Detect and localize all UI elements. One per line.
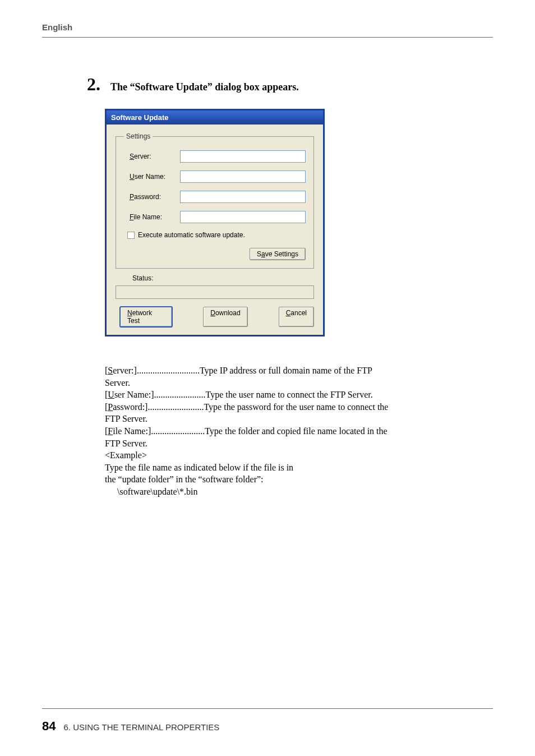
def-file-desc3: Type the file name as indicated below if… — [105, 462, 520, 474]
def-file-desc4: the “update folder” in the “software fol… — [105, 473, 520, 486]
page-footer: 84 6. USING THE TERMINAL PROPERTIES — [42, 708, 493, 734]
def-server-dots: ............................ — [137, 365, 200, 377]
status-label: Status: — [132, 274, 314, 282]
def-password-desc2: FTP Server. — [105, 413, 520, 425]
status-display — [116, 285, 314, 299]
password-label: Password: — [130, 193, 180, 201]
def-file-desc2: FTP Server. — [105, 437, 520, 450]
def-password-term: [Password:] — [105, 401, 147, 413]
def-password-desc1: Type the password for the user name to c… — [204, 401, 388, 413]
def-user-dots: ....................... — [154, 389, 206, 401]
settings-legend: Settings — [124, 132, 153, 140]
save-settings-button[interactable]: Save Settings — [250, 248, 306, 260]
user-name-label: User Name: — [130, 173, 180, 181]
network-test-button[interactable]: Network Test — [120, 307, 172, 327]
def-file-desc1: Type the folder and copied file name loc… — [205, 425, 387, 437]
page-number: 84 — [42, 719, 56, 734]
settings-group: Settings Server: User Name: Password: — [116, 132, 314, 269]
def-file-desc5: \software\update\*.bin — [117, 486, 520, 498]
step-text: The “Software Update” dialog box appears… — [110, 81, 299, 93]
file-name-label: File Name: — [130, 213, 180, 221]
def-server-desc2: Server. — [105, 377, 520, 389]
step-row: 2. The “Software Update” dialog box appe… — [87, 74, 493, 95]
chapter-title: 6. USING THE TERMINAL PROPERTIES — [63, 722, 219, 732]
file-name-input[interactable] — [180, 211, 306, 223]
definitions-block: [Server:] ............................ T… — [105, 365, 520, 498]
software-update-dialog: Software Update Settings Server: User Na… — [105, 109, 325, 336]
def-file-example: <Example> — [105, 449, 520, 462]
auto-update-checkbox[interactable] — [127, 232, 135, 239]
download-button[interactable]: Download — [203, 307, 247, 327]
def-server-desc1: Type IP address or full domain name of t… — [200, 365, 372, 377]
def-file-term: [File Name:] — [105, 425, 151, 437]
def-file-dots: ........................ — [151, 425, 205, 437]
server-input[interactable] — [180, 150, 306, 163]
auto-update-label: Execute automatic software update. — [138, 231, 245, 239]
def-server-term: [Server:] — [105, 365, 137, 377]
password-input[interactable] — [180, 191, 306, 203]
def-password-dots: ......................... — [147, 401, 204, 413]
header-language: English — [42, 22, 72, 32]
user-name-input[interactable] — [180, 170, 306, 183]
server-label: Server: — [130, 153, 180, 160]
dialog-titlebar: Software Update — [107, 110, 323, 125]
step-number: 2. — [87, 74, 100, 95]
def-user-desc: Type the user name to connect the FTP Se… — [206, 389, 373, 401]
cancel-button[interactable]: Cancel — [279, 307, 314, 327]
def-user-term: [User Name:] — [105, 389, 154, 401]
